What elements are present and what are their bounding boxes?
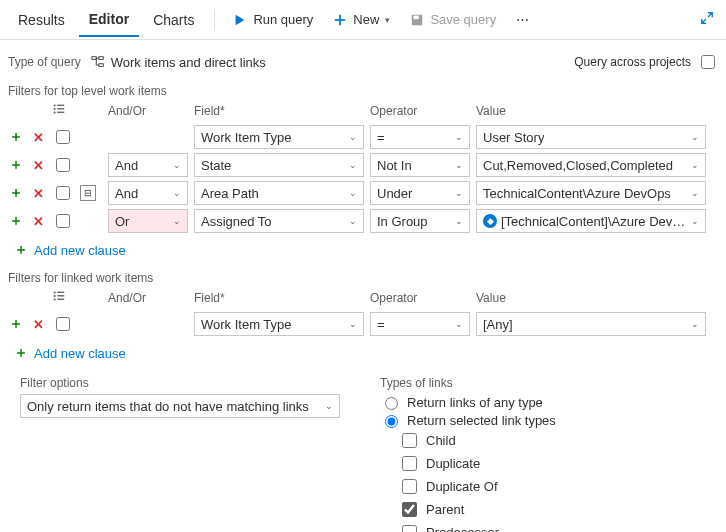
value-select[interactable]: TechnicalContent\Azure DevOps⌄ — [476, 181, 706, 205]
remove-row-button[interactable]: ✕ — [30, 185, 46, 201]
add-clause-linked-label: Add new clause — [34, 346, 126, 361]
field-select[interactable]: Work Item Type⌄ — [194, 312, 364, 336]
run-query-button[interactable]: Run query — [225, 8, 321, 31]
svg-rect-5 — [92, 57, 96, 60]
link-type-checkbox[interactable] — [402, 456, 417, 471]
svg-rect-15 — [57, 292, 64, 293]
field-select[interactable]: State⌄ — [194, 153, 364, 177]
filter-options-select[interactable]: Only return items that do not have match… — [20, 394, 340, 418]
andor-select[interactable]: And⌄ — [108, 153, 188, 177]
svg-rect-17 — [57, 295, 64, 296]
field-select[interactable]: Work Item Type⌄ — [194, 125, 364, 149]
radio-selected-types-label: Return selected link types — [407, 413, 556, 428]
expand-button[interactable] — [696, 7, 718, 32]
linked-filters-header: And/Or Field* Operator Value — [8, 289, 718, 306]
add-clause-linked[interactable]: ＋ Add new clause — [8, 340, 126, 372]
svg-point-10 — [54, 108, 56, 110]
svg-rect-9 — [57, 105, 64, 106]
operator-select[interactable]: =⌄ — [370, 312, 470, 336]
field-select[interactable]: Area Path⌄ — [194, 181, 364, 205]
chevron-down-icon: ▾ — [385, 15, 390, 25]
operator-select[interactable]: In Group⌄ — [370, 209, 470, 233]
run-query-label: Run query — [253, 12, 313, 27]
value-select[interactable]: User Story⌄ — [476, 125, 706, 149]
svg-point-12 — [54, 111, 56, 113]
andor-select[interactable]: And⌄ — [108, 181, 188, 205]
chevron-down-icon: ⌄ — [325, 401, 333, 411]
query-type-value[interactable]: Work items and direct links — [91, 55, 266, 70]
add-row-button[interactable]: ＋ — [8, 213, 24, 229]
link-type-label: Child — [426, 433, 456, 448]
svg-point-14 — [54, 291, 56, 293]
linked-filters-title: Filters for linked work items — [8, 271, 718, 285]
radio-selected-types[interactable] — [385, 415, 398, 428]
plus-icon: ＋ — [14, 241, 28, 259]
add-clause-top-label: Add new clause — [34, 243, 126, 258]
link-type-checkbox[interactable] — [402, 479, 417, 494]
andor-select[interactable]: Or⌄ — [108, 209, 188, 233]
add-clause-top[interactable]: ＋ Add new clause — [8, 237, 126, 269]
link-type-checkbox[interactable] — [402, 433, 417, 448]
svg-rect-11 — [57, 108, 64, 109]
operator-select[interactable]: Not In⌄ — [370, 153, 470, 177]
play-icon — [233, 13, 247, 27]
query-across-label: Query across projects — [574, 55, 691, 69]
add-row-button[interactable]: ＋ — [8, 185, 24, 201]
add-row-button[interactable]: ＋ — [8, 157, 24, 173]
row-checkbox[interactable] — [56, 130, 70, 144]
col-field: Field* — [194, 104, 364, 118]
new-button[interactable]: New ▾ — [325, 8, 398, 31]
radio-any-type-label: Return links of any type — [407, 395, 543, 410]
value-select[interactable]: ◆[TechnicalContent]\Azure DevOps⌄ — [476, 209, 706, 233]
row-checkbox[interactable] — [56, 214, 70, 228]
more-button[interactable]: ⋯ — [508, 8, 537, 31]
link-type-checkbox[interactable] — [402, 525, 417, 532]
types-of-links: Types of links Return links of any type … — [380, 376, 556, 532]
group-icon[interactable]: ⊟ — [80, 185, 96, 201]
tab-editor[interactable]: Editor — [79, 3, 139, 37]
svg-rect-7 — [99, 64, 103, 67]
list-icon — [52, 289, 66, 303]
radio-any-type[interactable] — [385, 397, 398, 410]
col-operator: Operator — [370, 104, 470, 118]
linked-row: ＋✕Work Item Type⌄=⌄[Any]⌄ — [8, 312, 718, 336]
filter-options: Filter options Only return items that do… — [20, 376, 340, 532]
plus-icon — [333, 13, 347, 27]
add-row-button[interactable]: ＋ — [8, 316, 24, 332]
query-type-label: Type of query — [8, 55, 81, 69]
top-row: ＋✕⊟And⌄Area Path⌄Under⌄TechnicalContent\… — [8, 181, 718, 205]
link-type-label: Duplicate Of — [426, 479, 498, 494]
operator-select[interactable]: =⌄ — [370, 125, 470, 149]
value-select[interactable]: [Any]⌄ — [476, 312, 706, 336]
remove-row-button[interactable]: ✕ — [30, 213, 46, 229]
top-row: ＋✕Or⌄Assigned To⌄In Group⌄◆[TechnicalCon… — [8, 209, 718, 233]
add-row-button[interactable]: ＋ — [8, 129, 24, 145]
plus-icon: ＋ — [14, 344, 28, 362]
row-checkbox[interactable] — [56, 317, 70, 331]
save-query-button: Save query — [402, 8, 504, 31]
remove-row-button[interactable]: ✕ — [30, 316, 46, 332]
row-checkbox[interactable] — [56, 186, 70, 200]
tab-charts[interactable]: Charts — [143, 4, 204, 36]
tab-results[interactable]: Results — [8, 4, 75, 36]
query-type-section: Type of query Work items and direct link… — [0, 40, 726, 372]
link-type-checkbox[interactable] — [402, 502, 417, 517]
svg-rect-6 — [99, 57, 103, 60]
link-type-item: Parent — [398, 499, 556, 520]
remove-row-button[interactable]: ✕ — [30, 157, 46, 173]
link-type-item: Predecessor — [398, 522, 556, 532]
svg-point-8 — [54, 104, 56, 106]
top-row: ＋✕And⌄State⌄Not In⌄Cut,Removed,Closed,Co… — [8, 153, 718, 177]
remove-row-button[interactable]: ✕ — [30, 129, 46, 145]
toolbar: Results Editor Charts Run query New ▾ Sa… — [0, 0, 726, 40]
field-select[interactable]: Assigned To⌄ — [194, 209, 364, 233]
value-select[interactable]: Cut,Removed,Closed,Completed⌄ — [476, 153, 706, 177]
query-across-checkbox[interactable] — [701, 55, 715, 69]
save-icon — [410, 13, 424, 27]
svg-rect-19 — [57, 299, 64, 300]
svg-marker-0 — [236, 14, 245, 25]
row-checkbox[interactable] — [56, 158, 70, 172]
col-value: Value — [476, 104, 706, 118]
expand-icon — [700, 11, 714, 25]
operator-select[interactable]: Under⌄ — [370, 181, 470, 205]
